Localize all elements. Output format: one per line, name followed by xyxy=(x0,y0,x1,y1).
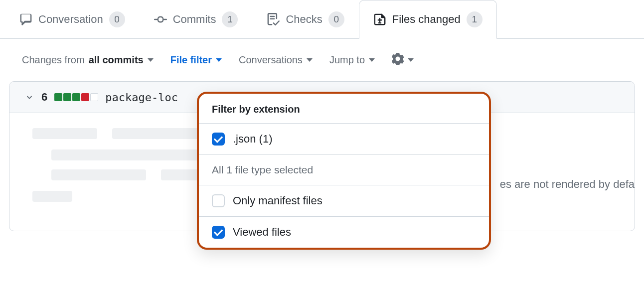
label-value: all commits xyxy=(89,54,144,66)
filter-option-viewed[interactable]: Viewed files xyxy=(199,217,489,248)
option-label: Viewed files xyxy=(233,226,291,239)
tab-label: Files changed xyxy=(392,13,461,26)
checkbox-unchecked-icon xyxy=(212,194,225,207)
changes-from-dropdown[interactable]: Changes from all commits xyxy=(22,54,154,66)
caret-down-icon xyxy=(408,58,414,62)
diff-add-block xyxy=(63,93,71,101)
label: Jump to xyxy=(329,54,365,66)
diff-add-block xyxy=(54,93,62,101)
count-badge: 1 xyxy=(467,11,483,27)
skeleton-block xyxy=(51,169,146,180)
chevron-down-icon xyxy=(24,92,34,102)
label: File filter xyxy=(170,54,212,66)
count-badge: 1 xyxy=(222,11,238,27)
file-filter-popover: Filter by extension .json (1) All 1 file… xyxy=(197,92,491,250)
tab-files-changed[interactable]: Files changed 1 xyxy=(359,0,497,39)
count-badge: 0 xyxy=(328,11,344,27)
tab-label: Commits xyxy=(173,13,216,26)
filter-option-manifest[interactable]: Only manifest files xyxy=(199,185,489,217)
diff-del-block xyxy=(81,93,89,101)
not-rendered-text: es are not rendered by defa xyxy=(500,178,635,191)
diffstat-blocks xyxy=(54,93,98,101)
checkbox-checked-icon xyxy=(212,226,225,239)
caret-down-icon xyxy=(148,58,154,62)
gear-icon xyxy=(392,53,404,67)
pr-tabs: Conversation 0 Commits 1 Checks 0 Files … xyxy=(0,0,644,39)
caret-down-icon xyxy=(307,58,313,62)
diff-neutral-block xyxy=(90,93,98,101)
count-badge: 0 xyxy=(109,11,125,27)
popover-title: Filter by extension xyxy=(199,94,489,124)
tab-checks[interactable]: Checks 0 xyxy=(252,0,358,38)
option-label: .json (1) xyxy=(233,133,272,146)
skeleton-block xyxy=(51,149,206,160)
file-diff-icon xyxy=(373,13,386,26)
diff-settings-dropdown[interactable] xyxy=(392,53,414,67)
caret-down-icon xyxy=(369,58,375,62)
diff-toolbar: Changes from all commits File filter Con… xyxy=(0,39,644,81)
checklist-icon xyxy=(267,13,280,26)
commit-icon xyxy=(154,13,167,26)
filter-option-json[interactable]: .json (1) xyxy=(199,124,489,155)
skeleton-block xyxy=(32,128,97,139)
jump-to-dropdown[interactable]: Jump to xyxy=(329,54,375,66)
caret-down-icon xyxy=(216,58,222,62)
tab-label: Checks xyxy=(286,13,322,26)
skeleton-block xyxy=(32,191,72,202)
checkbox-checked-icon xyxy=(212,133,225,146)
tab-label: Conversation xyxy=(38,13,103,26)
diff-add-block xyxy=(72,93,80,101)
option-label: Only manifest files xyxy=(233,194,322,207)
conversations-dropdown[interactable]: Conversations xyxy=(239,54,313,66)
label-prefix: Changes from xyxy=(22,54,85,66)
file-name: package-loc xyxy=(105,91,178,104)
tab-commits[interactable]: Commits 1 xyxy=(140,0,253,38)
label: Conversations xyxy=(239,54,303,66)
tab-conversation[interactable]: Conversation 0 xyxy=(5,0,140,38)
filter-summary-text: All 1 file type selected xyxy=(199,155,489,185)
lines-changed-count: 6 xyxy=(41,91,47,104)
comment-icon xyxy=(19,13,32,26)
file-filter-dropdown[interactable]: File filter xyxy=(170,54,222,66)
